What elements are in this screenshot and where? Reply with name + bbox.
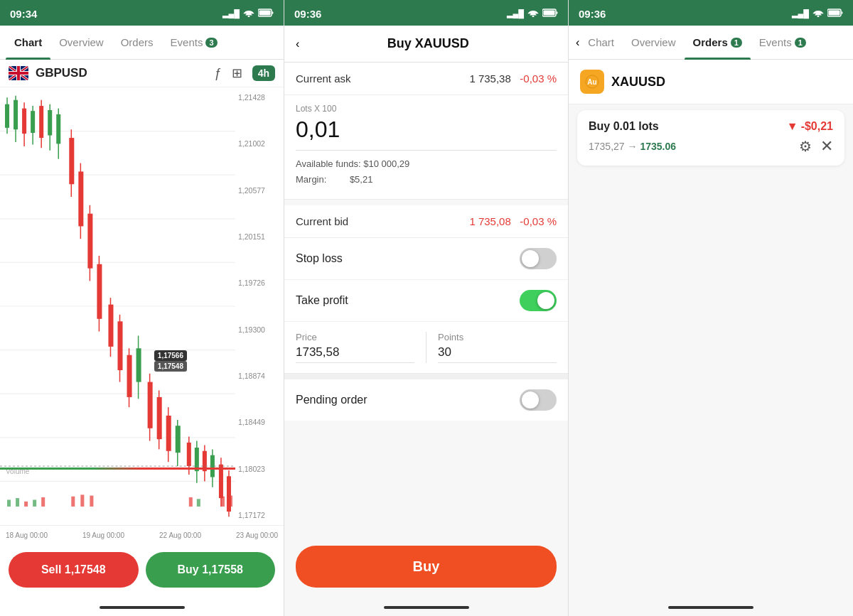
svg-rect-25 <box>22 109 26 134</box>
price-value[interactable]: 1735,58 <box>296 345 414 363</box>
pl-value: -$0,21 <box>801 120 833 133</box>
lots-section: Lots X 100 0,01 Available funds: $10 000… <box>284 95 568 200</box>
current-bid-value: 1 735,08 -0,03 % <box>469 215 557 227</box>
margin-value: $5,21 <box>350 174 373 185</box>
svg-rect-51 <box>148 382 153 428</box>
svg-rect-73 <box>24 502 28 507</box>
svg-rect-75 <box>41 497 45 507</box>
orders-empty-space <box>569 171 853 599</box>
buy-content: Current ask 1 735,38 -0,03 % Lots X 100 … <box>284 63 568 537</box>
timeframe-button[interactable]: 4h <box>252 65 275 81</box>
events-badge-1: 3 <box>205 38 217 48</box>
price-label: Price <box>296 332 414 342</box>
price-labels: 1,21428 1,21002 1,20577 1,20151 1,19726 … <box>235 87 284 525</box>
svg-text:Au: Au <box>587 78 596 86</box>
svg-rect-59 <box>187 443 191 466</box>
svg-rect-21 <box>5 104 9 128</box>
home-indicator-2 <box>284 599 568 616</box>
svg-rect-77 <box>80 495 84 507</box>
battery-icon-3 <box>827 9 843 18</box>
buy-header: ‹ Buy XAUUSD <box>284 26 568 63</box>
svg-rect-29 <box>39 106 43 138</box>
available-funds-label: Available funds: <box>296 158 361 169</box>
svg-rect-80 <box>197 499 200 507</box>
price-col: Price 1735,58 <box>296 332 414 363</box>
filter-icon[interactable]: ƒ <box>215 66 222 81</box>
price-points-row: Price 1735,58 Points 30 <box>284 322 568 374</box>
svg-rect-27 <box>31 111 35 133</box>
gbp-flag <box>9 66 28 80</box>
buy-title: Buy XAUUSD <box>299 36 557 51</box>
battery-icon-2 <box>542 9 558 18</box>
points-col: Points 30 <box>438 332 557 363</box>
svg-rect-71 <box>7 499 11 506</box>
chart-header: GBPUSD ƒ ⊞ 4h <box>0 60 284 87</box>
tab-chart-1[interactable]: Chart <box>6 26 50 60</box>
close-icon[interactable]: ✕ <box>820 137 833 156</box>
current-ask-label: Current ask <box>296 72 351 85</box>
tab-orders-1[interactable]: Orders <box>112 26 162 60</box>
svg-rect-31 <box>48 110 52 136</box>
tab-overview-3[interactable]: Overview <box>623 26 685 60</box>
pl-arrow: ▼ <box>787 120 798 133</box>
price-badge-2: 1,17548 <box>154 361 187 372</box>
stop-loss-toggle[interactable] <box>520 248 557 269</box>
current-ask-row: Current ask 1 735,38 -0,03 % <box>284 63 568 95</box>
svg-rect-45 <box>118 321 123 370</box>
tab-orders-3[interactable]: Orders 1 <box>685 26 751 60</box>
tab-overview-1[interactable]: Overview <box>50 26 112 60</box>
status-icons-3: ▂▄█ <box>792 9 843 18</box>
order-price-current: 1735.06 <box>640 141 676 152</box>
chart-controls: ƒ ⊞ 4h <box>215 65 275 81</box>
order-actions: ⚙ ✕ <box>799 137 833 156</box>
home-bar-3 <box>668 606 753 609</box>
lots-value[interactable]: 0,01 <box>296 117 557 143</box>
lots-divider <box>296 150 557 151</box>
buy-button-1[interactable]: Buy 1,17558 <box>146 552 276 588</box>
candlestick-chart: 1,17566 1,17548 <box>0 87 235 525</box>
candle-type-icon[interactable]: ⊞ <box>232 65 242 81</box>
current-bid-label: Current bid <box>296 215 348 227</box>
home-bar-2 <box>384 606 469 609</box>
wifi-icon-3 <box>812 9 824 18</box>
svg-rect-39 <box>87 214 92 269</box>
sell-button[interactable]: Sell 1,17548 <box>9 552 139 588</box>
bottom-buttons: Sell 1,17548 Buy 1,17558 <box>0 545 284 599</box>
tab-events-1[interactable]: Events 3 <box>162 26 226 60</box>
tab-chart-3[interactable]: Chart <box>579 26 623 60</box>
status-bar-2: 09:36 ▂▄█ <box>284 0 568 26</box>
home-indicator-3 <box>569 599 853 616</box>
price-badge-1: 1,17566 <box>154 350 187 361</box>
order-pl: ▼ -$0,21 <box>787 120 833 133</box>
stop-loss-label: Stop loss <box>296 252 343 265</box>
buy-button-wrap: Buy <box>284 537 568 599</box>
svg-rect-57 <box>176 426 181 453</box>
time-axis: 18 Aug 00:00 19 Aug 00:00 22 Aug 00:00 2… <box>0 525 284 545</box>
gear-icon[interactable]: ⚙ <box>799 138 812 155</box>
points-value[interactable]: 30 <box>438 345 557 363</box>
svg-rect-23 <box>14 100 18 129</box>
svg-rect-33 <box>56 114 60 144</box>
svg-rect-43 <box>108 305 113 347</box>
buy-panel: 09:36 ▂▄█ ‹ Buy XAUUSD Current ask 1 735… <box>284 0 569 616</box>
tab-events-3[interactable]: Events 1 <box>751 26 815 60</box>
order-card: Buy 0.01 lots ▼ -$0,21 1735,27 → 1735.06… <box>577 110 844 166</box>
take-profit-toggle[interactable] <box>520 290 557 311</box>
stop-loss-row: Stop loss <box>284 238 568 280</box>
signal-icon: ▂▄█ <box>222 9 240 18</box>
points-label: Points <box>438 332 557 342</box>
take-profit-row: Take profit <box>284 280 568 322</box>
svg-rect-76 <box>71 497 75 507</box>
buy-button-2[interactable]: Buy <box>296 546 557 588</box>
status-icons-1: ▂▄█ <box>222 9 274 18</box>
svg-rect-84 <box>544 11 555 16</box>
svg-rect-41 <box>97 264 102 319</box>
svg-rect-35 <box>69 138 74 184</box>
signal-icon-2: ▂▄█ <box>507 9 524 18</box>
svg-rect-1 <box>259 11 271 16</box>
svg-rect-53 <box>157 397 162 439</box>
order-type: Buy 0.01 lots <box>589 120 659 133</box>
pending-order-toggle[interactable] <box>520 389 557 411</box>
xau-icon: Au <box>580 70 604 94</box>
svg-rect-72 <box>16 498 19 507</box>
